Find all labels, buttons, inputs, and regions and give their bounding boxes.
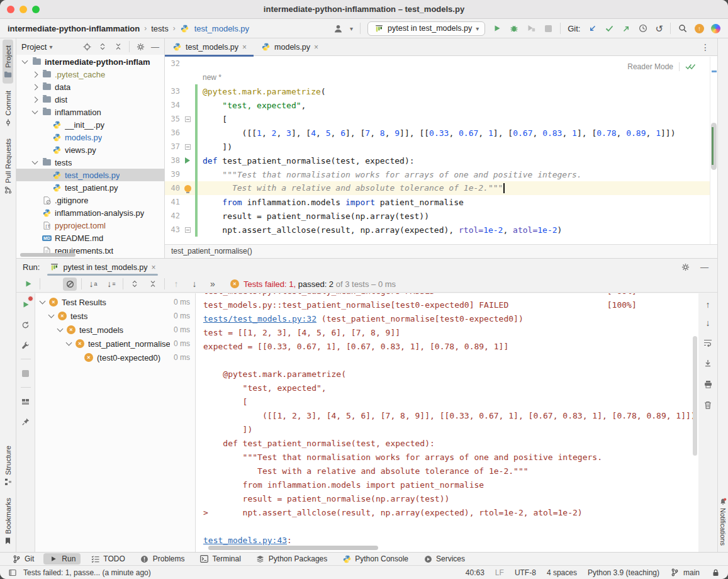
- test-tree-item-test-patient-normalise[interactable]: ×test_patient_normalise0 ms: [35, 337, 195, 351]
- tool-window-button-structure[interactable]: Structure: [3, 440, 13, 492]
- console-vertical-scrollbar[interactable]: [693, 336, 697, 456]
- collapse-all-button[interactable]: [146, 278, 160, 291]
- rerun-tests-button[interactable]: [21, 278, 35, 291]
- tool-window-bar-run[interactable]: Run: [43, 553, 81, 565]
- tree-item-views-py[interactable]: views.py: [16, 143, 164, 156]
- breadcrumb-project[interactable]: intermediate-python-inflammation: [8, 24, 140, 33]
- rerun-failed-tests-button[interactable]: [21, 298, 31, 311]
- more-options-icon[interactable]: ⋮: [693, 42, 717, 52]
- select-opened-file-icon[interactable]: [82, 40, 92, 53]
- editor-line-35[interactable]: 35 [: [165, 112, 710, 126]
- hide-panel-icon[interactable]: —: [151, 42, 159, 52]
- chevron-right-icon[interactable]: [32, 84, 38, 90]
- soft-wrap-icon[interactable]: [703, 336, 713, 349]
- test-tree-item-test-models[interactable]: ×test_models0 ms: [35, 323, 195, 337]
- tree-item-inflammation[interactable]: inflammation: [16, 106, 164, 118]
- user-dropdown-icon[interactable]: ▾: [350, 25, 353, 32]
- tool-window-bar-git[interactable]: Git: [6, 553, 39, 565]
- caret-position-widget[interactable]: 40:63: [466, 568, 484, 577]
- run-button[interactable]: [492, 22, 502, 35]
- minimize-window-button[interactable]: [20, 6, 27, 13]
- pin-tab-icon[interactable]: [21, 415, 31, 428]
- chevron-down-icon[interactable]: [32, 108, 38, 115]
- editor-line-40[interactable]: 40 Test with a relative and absolute tol…: [165, 181, 710, 195]
- tool-window-button-notifications[interactable]: Notifications: [719, 494, 727, 549]
- hide-panel-icon[interactable]: —: [700, 262, 708, 272]
- tool-window-bar-todo[interactable]: TODO: [85, 553, 130, 565]
- sort-alphabetically-button[interactable]: ↓a: [86, 278, 100, 291]
- more-options-icon[interactable]: »: [206, 278, 220, 291]
- git-update-button[interactable]: [587, 22, 597, 35]
- zoom-window-button[interactable]: [32, 6, 40, 13]
- tree-item-pytest-cache[interactable]: .pytest_cache: [16, 68, 164, 81]
- settings-gear-icon[interactable]: [680, 261, 690, 274]
- close-tab-icon[interactable]: ×: [242, 43, 247, 52]
- editor-line-33[interactable]: 33@pytest.mark.parametrize(: [165, 84, 710, 98]
- close-window-button[interactable]: [7, 6, 14, 13]
- editor-scrollbar[interactable]: [710, 57, 717, 244]
- breadcrumb-tests[interactable]: tests: [151, 24, 168, 33]
- console-horizontal-scrollbar[interactable]: [208, 546, 378, 550]
- editor-line-43[interactable]: 43 npt.assert_allclose(result, np.array(…: [165, 223, 710, 237]
- editor-line-41[interactable]: 41 from inflammation.models import patie…: [165, 195, 710, 209]
- stop-button[interactable]: [543, 22, 553, 35]
- encoding-widget[interactable]: UTF-8: [515, 568, 536, 577]
- git-branch-widget[interactable]: main: [670, 566, 700, 579]
- run-test-gutter-icon[interactable]: [180, 157, 195, 164]
- close-tab-icon[interactable]: ×: [152, 263, 156, 272]
- tool-window-button-project[interactable]: Project: [3, 40, 13, 84]
- editor-line-36[interactable]: 36 ([[1, 2, 3], [4, 5, 6], [7, 8, 9]], […: [165, 126, 710, 140]
- editor-line-42[interactable]: 42 result = patient_normalise(np.array(t…: [165, 209, 710, 223]
- tree-item-inflammation-analysis-py[interactable]: inflammation-analysis.py: [16, 206, 164, 219]
- scroll-to-end-icon[interactable]: [703, 357, 713, 369]
- user-account-icon[interactable]: [333, 22, 343, 35]
- previous-failed-test-button[interactable]: ↑: [169, 278, 183, 291]
- line-separator-widget[interactable]: LF: [495, 568, 504, 577]
- editor-line-34[interactable]: 34 "test, expected",: [165, 98, 710, 112]
- inspections-ok-icon[interactable]: [685, 60, 696, 73]
- intention-bulb-icon[interactable]: [180, 185, 195, 192]
- status-message[interactable]: Tests failed: 1, passe... (a minute ago): [23, 568, 151, 577]
- indent-widget[interactable]: 4 spaces: [547, 568, 577, 577]
- stop-process-button[interactable]: [21, 367, 31, 379]
- tool-window-toggle-icon[interactable]: [8, 566, 18, 579]
- rerun-icon[interactable]: [21, 318, 31, 331]
- chevron-down-icon[interactable]: [66, 340, 72, 346]
- sort-by-duration-button[interactable]: ↓≡: [104, 278, 118, 291]
- tool-window-button-commit[interactable]: Commit: [3, 85, 13, 132]
- test-tree-item-test0-expected0[interactable]: ×(test0-expected0)0 ms: [35, 351, 195, 364]
- clear-all-icon[interactable]: [703, 398, 713, 411]
- layout-settings-icon[interactable]: [21, 395, 31, 408]
- editor-line-39[interactable]: 39 """Test that normalisation works for …: [165, 167, 710, 181]
- project-horizontal-scrollbar[interactable]: [20, 253, 76, 257]
- scroll-down-icon[interactable]: ↓: [706, 318, 710, 328]
- tree-item-gitignore[interactable]: .gitignore: [16, 194, 164, 206]
- run-tab-pytest[interactable]: pytest in test_models.py ×: [47, 259, 157, 276]
- expand-all-button[interactable]: [128, 278, 142, 291]
- editor-line-37[interactable]: 37 ]): [165, 140, 710, 154]
- git-commit-button[interactable]: [604, 22, 614, 35]
- collapse-all-icon[interactable]: [113, 40, 123, 53]
- tree-item-readme-md[interactable]: MDREADME.md: [16, 232, 164, 244]
- test-settings-wrench-icon[interactable]: [21, 339, 31, 351]
- git-push-button[interactable]: [621, 22, 631, 35]
- tool-window-bar-python-console[interactable]: Python Console: [337, 553, 413, 565]
- tree-item-intermediate-python-inflam[interactable]: intermediate-python-inflam: [16, 55, 164, 68]
- editor-tab-test-models-py[interactable]: test_models.py×: [165, 38, 254, 56]
- reader-mode-toggle[interactable]: Reader Mode: [625, 59, 698, 74]
- scroll-up-icon[interactable]: ↑: [706, 300, 710, 310]
- tree-item-tests[interactable]: tests: [16, 156, 164, 169]
- debug-button[interactable]: [509, 22, 519, 35]
- expand-all-icon[interactable]: [98, 40, 108, 53]
- chevron-down-icon[interactable]: [57, 326, 64, 332]
- ide-update-icon[interactable]: ↑: [695, 24, 704, 33]
- editor-tab-models-py[interactable]: models.py×: [254, 38, 325, 56]
- interpreter-widget[interactable]: Python 3.9 (teaching): [588, 568, 659, 577]
- console-link[interactable]: test_models.py:43: [203, 536, 287, 545]
- editor-breadcrumb[interactable]: test_patient_normalise(): [165, 244, 717, 258]
- tree-item-dist[interactable]: dist: [16, 93, 164, 106]
- search-everywhere-icon[interactable]: [678, 22, 688, 35]
- tool-window-bar-problems[interactable]: Problems: [135, 553, 190, 565]
- test-tree-item-tests[interactable]: ×tests0 ms: [35, 309, 195, 323]
- test-console-output[interactable]: test_models.py::test_daily_mean_integers…: [195, 293, 698, 552]
